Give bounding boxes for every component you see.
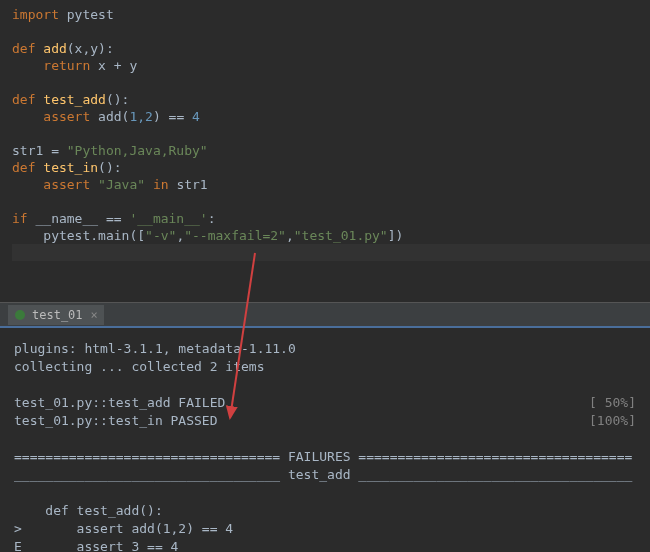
kw-def: def bbox=[12, 160, 43, 175]
tab-test-01[interactable]: test_01 × bbox=[8, 305, 104, 325]
indent bbox=[12, 58, 43, 73]
arg3: "test_01.py" bbox=[294, 228, 388, 243]
kw-return: return bbox=[43, 58, 98, 73]
str: "Java" bbox=[98, 177, 145, 192]
str: "Python,Java,Ruby" bbox=[67, 143, 208, 158]
python-file-icon bbox=[14, 309, 26, 321]
code-editor[interactable]: import pytest def add(x,y): return x + y… bbox=[0, 0, 650, 302]
console-output[interactable]: plugins: html-3.1.1, metadata-1.11.0 col… bbox=[0, 328, 650, 552]
kw-if: if bbox=[12, 211, 35, 226]
args: 1,2 bbox=[129, 109, 152, 124]
svg-point-1 bbox=[15, 310, 25, 320]
call: add( bbox=[98, 109, 129, 124]
out-pct-100: [100%] bbox=[589, 412, 636, 430]
kw-import: import bbox=[12, 7, 59, 22]
fn-test-add: test_add bbox=[43, 92, 106, 107]
var: str1 bbox=[176, 177, 207, 192]
console-pane: test_01 × plugins: html-3.1.1, metadata-… bbox=[0, 302, 650, 552]
str-main: '__main__' bbox=[129, 211, 207, 226]
out-failures-hdr: ================================== FAILU… bbox=[14, 448, 632, 466]
indent bbox=[12, 177, 43, 192]
lhs: str1 = bbox=[12, 143, 67, 158]
indent bbox=[12, 228, 43, 243]
kw-assert: assert bbox=[43, 109, 98, 124]
params: (): bbox=[98, 160, 121, 175]
kw-in: in bbox=[145, 177, 176, 192]
indent bbox=[12, 109, 43, 124]
out-error-line: E assert 3 == 4 bbox=[14, 538, 178, 552]
arg2: "--maxfail=2" bbox=[184, 228, 286, 243]
close-icon[interactable]: × bbox=[91, 308, 98, 322]
comma: , bbox=[286, 228, 294, 243]
out-pct-50: [ 50%] bbox=[589, 394, 636, 412]
out-test-add-hdr: __________________________________ test_… bbox=[14, 466, 632, 484]
end: ]) bbox=[388, 228, 404, 243]
params: (x,y): bbox=[67, 41, 114, 56]
colon: : bbox=[208, 211, 216, 226]
params: (): bbox=[106, 92, 129, 107]
out-assert-line: > assert add(1,2) == 4 bbox=[14, 520, 233, 538]
tab-label: test_01 bbox=[32, 308, 83, 322]
out-collecting: collecting ... collected 2 items bbox=[14, 358, 264, 376]
rest: ) == bbox=[153, 109, 192, 124]
out-def: def test_add(): bbox=[14, 502, 163, 520]
out-test-add-failed: test_01.py::test_add FAILED bbox=[14, 394, 225, 412]
fn-add: add bbox=[43, 41, 66, 56]
tab-bar: test_01 × bbox=[0, 302, 650, 328]
num: 4 bbox=[192, 109, 200, 124]
kw-def: def bbox=[12, 92, 43, 107]
arg1: "-v" bbox=[145, 228, 176, 243]
kw-assert: assert bbox=[43, 177, 98, 192]
kw-def: def bbox=[12, 41, 43, 56]
expr: x + y bbox=[98, 58, 137, 73]
mod-name: pytest bbox=[59, 7, 114, 22]
out-plugins: plugins: html-3.1.1, metadata-1.11.0 bbox=[14, 340, 296, 358]
name-check: __name__ == bbox=[35, 211, 129, 226]
fn-test-in: test_in bbox=[43, 160, 98, 175]
out-test-in-passed: test_01.py::test_in PASSED bbox=[14, 412, 218, 430]
call: pytest.main([ bbox=[43, 228, 145, 243]
